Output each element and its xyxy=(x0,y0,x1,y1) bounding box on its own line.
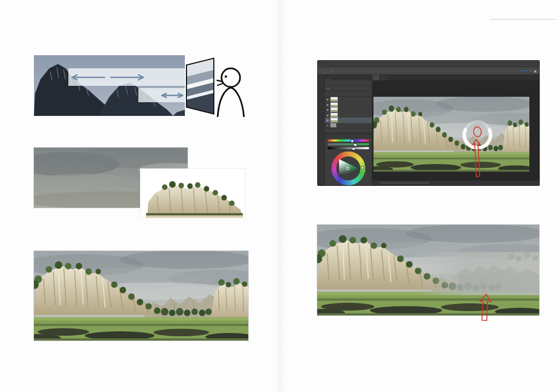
blend-mode-row xyxy=(325,86,372,91)
ps-status-bar xyxy=(372,180,539,185)
slider-knob xyxy=(351,139,354,143)
sample-size-select xyxy=(330,71,334,72)
color-panel xyxy=(325,133,372,185)
section-header-rule xyxy=(491,19,555,20)
group-caret-icon: ▸ xyxy=(326,124,329,127)
layer-thumbnail xyxy=(330,113,338,118)
layer-group-row: ▸ xyxy=(325,123,372,128)
brightness-slider xyxy=(328,147,369,149)
layer-thumbnail xyxy=(330,107,338,112)
ps-options-bar: ⌕ ▦ xyxy=(318,67,539,75)
share-button xyxy=(521,71,528,71)
ps-canvas xyxy=(372,80,539,185)
folder-icon xyxy=(330,123,336,127)
options-right-cluster: ⌕ ▦ xyxy=(521,69,536,73)
layer-row-selected: ◉ xyxy=(325,118,372,123)
layers-panel-footer-icons xyxy=(325,128,372,133)
gas-layer-diagram xyxy=(34,55,250,119)
layer-thumbnail xyxy=(330,102,338,107)
layer-row: ◉ xyxy=(325,97,372,102)
lock-row xyxy=(325,91,372,97)
section-header xyxy=(491,10,555,16)
hue-slider xyxy=(328,139,369,142)
document-tab-active xyxy=(372,75,380,80)
slider-knob xyxy=(353,143,357,147)
visibility-icon: ◉ xyxy=(326,108,329,111)
page-gutter xyxy=(274,0,286,392)
layers-filter-row xyxy=(325,80,372,86)
visibility-icon: ◉ xyxy=(326,103,329,106)
color-panel-tabs xyxy=(325,134,372,138)
mountain-cutout-photo xyxy=(141,169,245,218)
layer-row: ◉ xyxy=(325,102,372,108)
composite-image-in-canvas xyxy=(374,97,529,172)
color-sliders xyxy=(325,138,372,150)
visibility-icon: ◉ xyxy=(326,119,329,121)
color-marker xyxy=(346,167,349,170)
layers-panel-tabrow xyxy=(325,75,372,80)
layer-row: ◉ xyxy=(325,107,372,113)
right-arrow-icon xyxy=(110,74,145,81)
annotation-circle-and-arrow xyxy=(465,124,487,179)
composite-image-with-gas xyxy=(317,225,539,315)
hue-marker xyxy=(361,166,364,169)
layer-thumbnail xyxy=(330,97,338,102)
layers-panel: ◉ ◉ ◉ ◉ xyxy=(325,75,372,185)
layers-list: ◉ ◉ ◉ ◉ xyxy=(325,97,372,128)
ps-menu-bar xyxy=(318,61,539,67)
document-tab-inactive xyxy=(381,75,388,80)
visibility-icon: ◉ xyxy=(326,98,329,101)
annotation-arrow-up xyxy=(477,293,494,322)
ps-toolbar xyxy=(318,75,325,185)
blend-mode-select xyxy=(326,88,330,89)
gas-layer-band xyxy=(68,68,189,86)
saturation-slider xyxy=(328,143,369,145)
document-tabs xyxy=(372,75,539,80)
book-spread: ⌕ ▦ xyxy=(0,0,560,392)
composite-image xyxy=(34,251,248,341)
photoshop-screenshot: ⌕ ▦ xyxy=(317,60,540,186)
color-wheel xyxy=(331,151,365,185)
status-info-bar xyxy=(380,182,429,184)
search-icon: ⌕ xyxy=(530,69,532,73)
options-divider xyxy=(325,69,325,73)
left-arrow-icon xyxy=(71,74,106,81)
photoshop-logo xyxy=(320,63,322,64)
ps-document-area xyxy=(372,75,539,185)
slider-knob xyxy=(352,147,355,151)
layer-thumbnail xyxy=(330,118,338,122)
section-separator xyxy=(491,11,493,15)
ps-workspace: ◉ ◉ ◉ ◉ xyxy=(318,75,539,185)
workspace-icon: ▦ xyxy=(534,69,536,73)
double-arrow-icon xyxy=(160,92,185,98)
viewer-person-figure xyxy=(210,59,249,117)
gas-layer-band-2 xyxy=(138,88,186,102)
layer-row: ◉ xyxy=(325,113,372,118)
visibility-icon: ◉ xyxy=(326,114,329,116)
